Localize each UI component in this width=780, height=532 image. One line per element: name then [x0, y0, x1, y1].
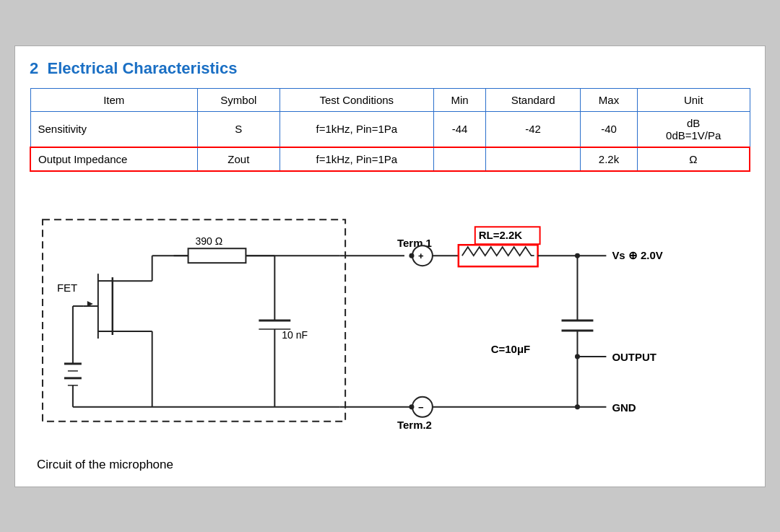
section-number: 2 — [30, 59, 38, 77]
table-cell: dB0dB=1V/Pa — [637, 111, 750, 147]
table-cell: Output Impedance — [30, 147, 198, 171]
svg-point-48 — [409, 404, 414, 409]
table-cell: Sensitivity — [30, 111, 198, 147]
svg-point-30 — [409, 253, 414, 258]
table-row: Output ImpedanceZoutf=1kHz, Pin=1Pa2.2kΩ — [30, 147, 750, 171]
col-standard: Standard — [486, 88, 581, 111]
table-cell — [486, 147, 581, 171]
col-symbol: Symbol — [198, 88, 280, 111]
resistor390-label: 390 Ω — [196, 235, 223, 247]
table-header-row: Item Symbol Test Conditions Min Standard… — [30, 88, 750, 111]
svg-rect-21 — [188, 248, 246, 263]
table-cell: -42 — [486, 111, 581, 147]
term2-label: Term.2 — [397, 418, 432, 430]
circuit-caption: Circuit of the microphone — [37, 458, 173, 472]
table-cell: 2.2k — [581, 147, 638, 171]
table-cell: Ω — [637, 147, 750, 171]
table-cell — [434, 147, 486, 171]
col-test-conditions: Test Conditions — [280, 88, 433, 111]
circuit-diagram: FET — [30, 191, 750, 472]
svg-text:+: + — [418, 250, 424, 261]
table-cell: f=1kHz, Pin=1Pa — [280, 147, 433, 171]
gnd-label: GND — [612, 401, 636, 413]
table-cell: S — [198, 111, 280, 147]
col-item: Item — [30, 88, 198, 111]
table-row: SensitivitySf=1kHz, Pin=1Pa-44-42-40dB0d… — [30, 111, 750, 147]
circuit-svg: FET — [30, 191, 750, 472]
rl-label: RL=2.2K — [479, 229, 523, 241]
col-max: Max — [581, 88, 638, 111]
table-cell: -44 — [434, 111, 486, 147]
vs-label: Vs ⊕ 2.0V — [612, 249, 662, 261]
col-min: Min — [434, 88, 486, 111]
section-title: 2 Electrical Characteristics — [30, 59, 750, 78]
table-cell: Zout — [198, 147, 280, 171]
svg-text:−: − — [418, 401, 424, 412]
main-card: 2 Electrical Characteristics Item Symbol… — [14, 45, 766, 487]
fet-label: FET — [57, 282, 77, 294]
output-label: OUTPUT — [612, 350, 656, 362]
section-heading-text: Electrical Characteristics — [47, 59, 237, 77]
col-unit: Unit — [637, 88, 750, 111]
table-cell: f=1kHz, Pin=1Pa — [280, 111, 433, 147]
electrical-table: Item Symbol Test Conditions Min Standard… — [30, 88, 750, 172]
table-cell: -40 — [581, 111, 638, 147]
cap10uf-label: C=10μF — [491, 342, 531, 354]
cap10nf-label: 10 nF — [282, 328, 308, 340]
